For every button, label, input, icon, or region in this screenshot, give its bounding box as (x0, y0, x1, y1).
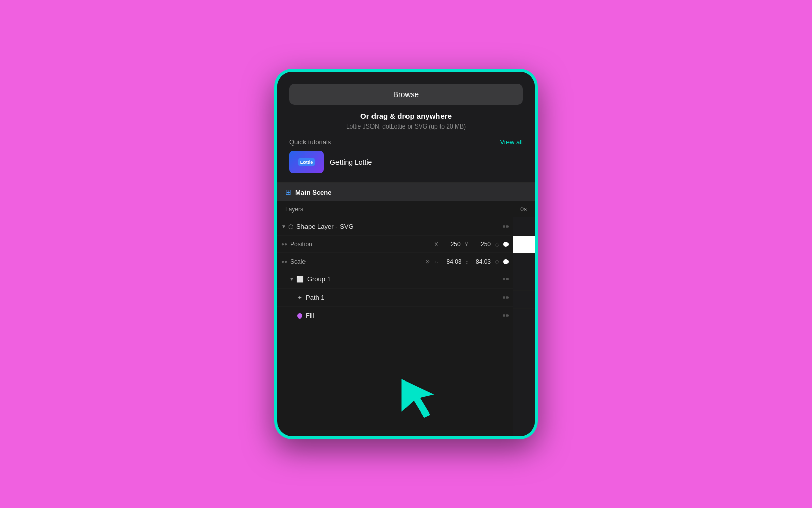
file-types-text: Lottie JSON, dotLottie or SVG (up to 20 … (346, 123, 466, 130)
scale-keyframe-dot (503, 259, 509, 264)
scale-diamond-icon: ◇ (495, 258, 499, 265)
view-all-link[interactable]: View all (500, 138, 523, 146)
layers-content: ▼ ⬡ Shape Layer - SVG ●● Position X (277, 217, 535, 436)
layer-group1[interactable]: ▼ ⬜ Group 1 (277, 270, 513, 289)
scale-y-value[interactable]: 84.03 (472, 258, 491, 265)
tutorials-label: Quick tutorials (289, 138, 331, 146)
timeline-column (513, 217, 535, 436)
group-icon: ⬜ (296, 276, 304, 283)
position-label: Position (290, 241, 321, 248)
upload-panel: Browse Or drag & drop anywhere Lottie JS… (277, 72, 535, 183)
layer-name-fill: Fill (306, 312, 503, 320)
chevron-down-icon: ▼ (281, 224, 286, 229)
position-y-value[interactable]: 250 (472, 241, 491, 248)
scale-x-value[interactable]: 84.03 (444, 258, 462, 265)
device-screen: Browse Or drag & drop anywhere Lottie JS… (277, 72, 535, 436)
scale-label: Scale (290, 258, 321, 265)
h-arrow-icon: ↔ (434, 259, 439, 265)
lottie-badge: Lottie (298, 158, 315, 166)
layer-name-shape-svg: Shape Layer - SVG (296, 223, 503, 230)
y-label: Y (465, 241, 468, 247)
layers-label: Layers (285, 206, 303, 213)
timeline-cell-path (513, 309, 535, 327)
timeline-header (513, 217, 535, 236)
property-scale: ●● Scale ⊙ ↔ 84.03 ↕ 84.03 ◇ (277, 253, 513, 270)
layer-fill[interactable]: Fill (277, 307, 513, 325)
timeline-cell-group (513, 291, 535, 309)
diamond-icon: ◇ (495, 241, 499, 248)
tutorial-thumbnail: Lottie (289, 151, 324, 173)
scene-header: ⊞ Main Scene (277, 183, 535, 202)
position-icon: ●● (281, 241, 287, 247)
shape-layer-icon: ⬡ (288, 223, 293, 230)
layers-header: Layers 0s (277, 202, 535, 217)
group-keyframe-indicator (503, 278, 509, 280)
keyframe-indicator (503, 225, 509, 228)
x-label: X (434, 241, 438, 247)
property-position: ●● Position X 250 Y 250 ◇ (277, 236, 513, 253)
fill-keyframe-indicator (503, 314, 509, 317)
main-panel: ⊞ Main Scene Layers 0s ▼ ⬡ Shape Layer -… (277, 183, 535, 436)
time-label: 0s (520, 206, 527, 213)
timeline-cell-fill (513, 327, 535, 345)
device-frame: Browse Or drag & drop anywhere Lottie JS… (274, 69, 538, 439)
tutorial-item[interactable]: Lottie Getting Lottie (289, 151, 523, 173)
layers-list: ▼ ⬡ Shape Layer - SVG ●● Position X (277, 217, 513, 436)
timeline-cell-shape (513, 236, 535, 254)
group-chevron-icon: ▼ (289, 276, 294, 282)
link-icon: ⊙ (425, 258, 430, 265)
layer-path1[interactable]: ✦ Path 1 (277, 289, 513, 307)
position-x-value[interactable]: 250 (443, 241, 461, 248)
v-arrow-icon: ↕ (466, 259, 469, 265)
tutorials-row: Quick tutorials View all (289, 138, 523, 146)
path-keyframe-indicator (503, 296, 509, 299)
timeline-cell-scale (513, 272, 535, 291)
layer-shape-svg[interactable]: ▼ ⬡ Shape Layer - SVG (277, 217, 513, 236)
browse-button[interactable]: Browse (289, 84, 523, 105)
timeline-cell-position (513, 254, 535, 272)
scale-values: ⊙ ↔ 84.03 ↕ 84.03 ◇ (425, 258, 509, 265)
layer-name-group1: Group 1 (307, 275, 503, 283)
position-values: X 250 Y 250 ◇ (434, 241, 509, 248)
scale-icon: ●● (281, 259, 287, 264)
layer-name-path1: Path 1 (306, 294, 503, 301)
keyframe-dot (503, 242, 509, 247)
scene-title: Main Scene (295, 188, 332, 196)
scene-icon: ⊞ (285, 188, 291, 196)
tutorial-title: Getting Lottie (330, 158, 372, 166)
path-icon: ✦ (297, 294, 302, 301)
drag-drop-text: Or drag & drop anywhere (360, 112, 452, 120)
fill-color-dot (297, 313, 302, 319)
